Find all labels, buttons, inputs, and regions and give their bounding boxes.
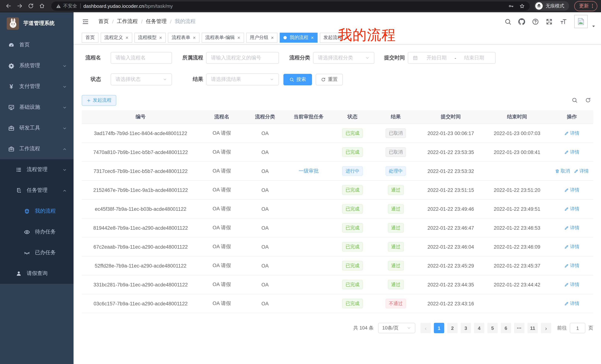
detail-action-link[interactable]: 详情	[574, 168, 589, 174]
cell-status: 进行中	[331, 166, 374, 176]
font-size-icon[interactable]	[559, 18, 568, 25]
breadcrumb-item[interactable]: 任务管理	[146, 18, 167, 25]
page-number: 3	[464, 325, 467, 331]
jumper-input[interactable]: 1	[570, 323, 585, 333]
category-select[interactable]: 请选择流程分类	[313, 52, 374, 64]
status-select[interactable]: 请选择状态	[111, 74, 172, 85]
close-icon[interactable]: ×	[311, 35, 314, 40]
task-link[interactable]: 一级审批	[299, 168, 319, 174]
sidebar-item-请假查询[interactable]: 请假查询	[0, 263, 74, 284]
sidebar-item-流程管理[interactable]: 流程管理	[0, 159, 74, 180]
forward-icon[interactable]	[15, 1, 25, 11]
app-logo-row[interactable]: 芋道管理系统	[0, 12, 74, 35]
result-select[interactable]: 请选择流结果	[206, 74, 279, 85]
fullscreen-icon[interactable]	[546, 18, 553, 25]
detail-action-link[interactable]: 详情	[564, 225, 580, 231]
toggle-search-icon[interactable]	[572, 97, 578, 103]
sidebar-item-系统管理[interactable]: 系统管理	[0, 55, 74, 76]
home-icon[interactable]	[37, 1, 47, 11]
date-range-picker[interactable]: 开始日期 - 结束日期	[408, 52, 496, 64]
tab-流程定义[interactable]: 流程定义×	[101, 32, 132, 42]
bookmark-star-icon[interactable]	[519, 3, 525, 9]
breadcrumb-item[interactable]: 工作流程	[117, 18, 138, 25]
cancel-action-link[interactable]: 取消	[555, 168, 570, 174]
close-icon[interactable]: ×	[159, 35, 162, 40]
detail-action-link[interactable]: 详情	[564, 187, 580, 193]
search-icon[interactable]	[504, 18, 511, 25]
page-button-4[interactable]: 4	[474, 323, 484, 333]
close-icon[interactable]: ×	[271, 35, 274, 40]
page-button-6[interactable]: 6	[501, 323, 511, 333]
detail-action-link[interactable]: 详情	[564, 262, 580, 269]
edit-icon	[564, 263, 569, 268]
breadcrumb-item[interactable]: 首页	[99, 18, 109, 25]
detail-action-link[interactable]: 详情	[564, 244, 580, 250]
close-icon[interactable]: ×	[126, 35, 128, 40]
page-button-2[interactable]: 2	[447, 323, 458, 333]
reload-icon[interactable]	[26, 1, 36, 11]
tab-发起流程[interactable]: 发起流程×	[320, 32, 351, 42]
cell: 2022-01-22 23:51:20	[484, 187, 551, 193]
key-icon[interactable]	[508, 3, 514, 9]
prev-page-button[interactable]: ‹	[421, 323, 431, 333]
back-icon[interactable]	[4, 1, 13, 11]
cell-text: OA 请假	[212, 224, 231, 231]
tab-流程表单[interactable]: 流程表单×	[168, 32, 199, 42]
tab-我的流程[interactable]: 我的流程×	[280, 32, 317, 42]
start-process-button[interactable]: 发起流程	[82, 95, 116, 106]
tab-流程表单-编辑[interactable]: 流程表单-编辑×	[202, 32, 244, 42]
detail-action-link[interactable]: 详情	[564, 149, 580, 155]
security-indicator[interactable]: 不安全	[56, 3, 77, 9]
cell-text: OA 请假	[212, 206, 231, 212]
avatar[interactable]	[574, 15, 588, 28]
help-icon[interactable]	[532, 18, 539, 25]
page-button-1[interactable]: 1	[434, 323, 444, 333]
sidebar-item-已办任务[interactable]: 已办任务	[0, 242, 74, 263]
close-icon[interactable]: ×	[344, 35, 347, 40]
page-size-select[interactable]: 10条/页	[378, 323, 415, 333]
sidebar-item-支付管理[interactable]: ¥支付管理	[0, 76, 74, 97]
reset-button[interactable]: 重置	[316, 74, 343, 85]
address-bar[interactable]: 不安全 dashboard.yudao.iocoder.cn/bpm/task/…	[51, 1, 530, 10]
cell: 67c2eaab-7b9a-11ec-a290-acde48001122	[82, 244, 200, 249]
tab-用户分组[interactable]: 用户分组×	[246, 32, 278, 42]
sidebar-item-我的流程[interactable]: 我的流程	[0, 201, 74, 221]
page-button-3[interactable]: 3	[461, 323, 471, 333]
chevron-down-icon[interactable]	[591, 23, 596, 28]
cell: 2022-01-22 23:46:47	[418, 225, 484, 231]
sidebar-item-label: 已办任务	[35, 249, 56, 256]
tab-首页[interactable]: 首页	[82, 32, 99, 42]
browser-menu-icon[interactable]	[590, 3, 595, 9]
detail-action-link[interactable]: 详情	[564, 206, 580, 212]
detail-action-link[interactable]: 详情	[564, 300, 580, 307]
jumper-prefix: 前往	[557, 325, 567, 331]
page-button-5[interactable]: 5	[487, 323, 498, 333]
sidebar-fold-icon[interactable]	[74, 18, 95, 25]
page-size-value: 10条/页	[382, 325, 399, 331]
process-name-input[interactable]: 请输入流程名	[111, 52, 172, 64]
cell: 2022-01-22 23:53:35	[418, 149, 484, 155]
sidebar-item-基础设施[interactable]: 基础设施	[0, 97, 74, 118]
refresh-table-icon[interactable]	[585, 97, 591, 103]
sidebar-item-首页[interactable]: 首页	[0, 35, 74, 55]
cell-text: OA	[261, 301, 269, 306]
detail-action-link[interactable]: 详情	[564, 130, 580, 136]
sidebar-item-待办任务[interactable]: 待办任务	[0, 221, 74, 242]
github-icon[interactable]	[518, 18, 525, 25]
tab-流程模型[interactable]: 流程模型×	[134, 32, 166, 42]
next-page-button[interactable]: ›	[541, 323, 551, 333]
sidebar-item-任务管理[interactable]: 任务管理	[0, 180, 74, 201]
close-icon[interactable]: ×	[193, 35, 196, 40]
sidebar-item-研发工具[interactable]: 研发工具	[0, 118, 74, 138]
sidebar-item-工作流程[interactable]: 工作流程	[0, 138, 74, 159]
page-ellipsis[interactable]: •••	[514, 323, 524, 333]
owning-process-input[interactable]: 请输入流程定义的编号	[206, 52, 279, 64]
page-button-11[interactable]: 11	[527, 323, 538, 333]
close-icon[interactable]: ×	[237, 35, 240, 40]
select-placeholder: 请选择状态	[116, 76, 140, 83]
detail-action-link[interactable]: 详情	[564, 281, 580, 288]
search-button[interactable]: 搜索	[283, 74, 312, 85]
update-button[interactable]: 更新	[574, 1, 597, 11]
edit-icon	[564, 301, 569, 306]
cell-current-task[interactable]: 一级审批	[286, 168, 331, 174]
